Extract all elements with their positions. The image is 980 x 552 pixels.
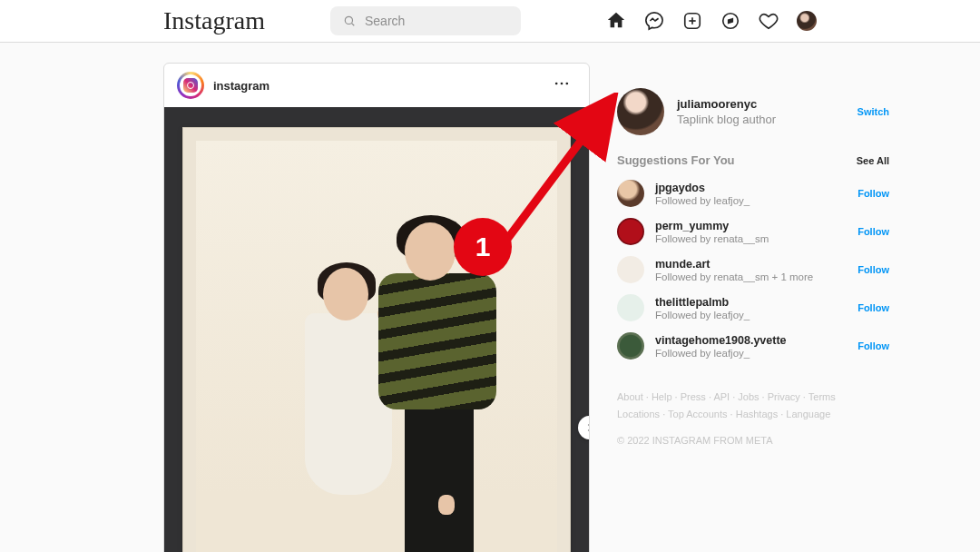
activity-heart-icon[interactable] [759, 11, 779, 31]
follow-button[interactable]: Follow [858, 302, 889, 313]
person-figure-right [373, 222, 518, 552]
suggestion-row: jpgaydosFollowed by leafjoy_Follow [617, 176, 889, 214]
suggestions-title: Suggestions For You [617, 153, 735, 167]
suggestion-row: munde.artFollowed by renata__sm + 1 more… [617, 252, 889, 291]
footer-links: About · Help · Press · API · Jobs · Priv… [617, 389, 889, 422]
footer-link[interactable]: Terms [808, 391, 836, 402]
new-post-icon[interactable] [682, 11, 702, 31]
follow-button[interactable]: Follow [858, 188, 889, 199]
post-header: instagram [164, 64, 589, 107]
instagram-glyph-icon [183, 78, 198, 93]
chevron-right-icon [583, 421, 589, 434]
suggestion-avatar[interactable] [617, 180, 644, 207]
current-user-avatar[interactable] [617, 88, 664, 135]
svg-line-1 [352, 24, 355, 26]
polaroid-photo [196, 141, 557, 552]
suggestion-username[interactable]: thelittlepalmb [655, 296, 750, 309]
search-input[interactable]: Search [330, 6, 521, 35]
suggestion-subtext: Followed by leafjoy_ [655, 310, 750, 320]
suggestion-row: vintagehome1908.yvetteFollowed by leafjo… [617, 329, 889, 367]
messenger-icon[interactable] [644, 11, 664, 31]
footer-link[interactable]: Press [681, 391, 706, 402]
search-placeholder: Search [365, 14, 405, 28]
suggestion-subtext: Followed by renata__sm [655, 233, 769, 244]
footer-link[interactable]: API [713, 391, 730, 402]
footer-link[interactable]: Hashtags [736, 409, 778, 419]
main-content: instagram [0, 43, 980, 552]
suggestion-username[interactable]: perm_yummy [655, 220, 769, 232]
suggestion-avatar[interactable] [617, 332, 644, 360]
carousel-next-button[interactable] [578, 416, 589, 439]
search-icon [343, 15, 356, 27]
suggestion-avatar[interactable] [617, 294, 644, 321]
see-all-button[interactable]: See All [857, 155, 889, 166]
footer-link[interactable]: Top Accounts [668, 409, 727, 419]
post-more-options-button[interactable] [547, 69, 576, 102]
suggestion-username[interactable]: jpgaydos [655, 182, 750, 194]
suggestion-row: thelittlepalmbFollowed by leafjoy_Follow [617, 291, 889, 329]
suggestion-subtext: Followed by leafjoy_ [655, 195, 750, 206]
suggestion-subtext: Followed by leafjoy_ [655, 348, 787, 359]
suggestion-avatar[interactable] [617, 256, 644, 283]
footer-link[interactable]: Privacy [768, 391, 800, 402]
current-user-block: juliamoorenyc Taplink blog author Switch [617, 88, 889, 135]
svg-marker-6 [729, 19, 733, 24]
post-image[interactable] [164, 107, 589, 552]
switch-account-button[interactable]: Switch [858, 106, 889, 117]
home-icon[interactable] [606, 11, 626, 31]
suggestion-avatar[interactable] [617, 218, 644, 245]
footer-link[interactable]: Jobs [738, 391, 759, 402]
footer-copyright: © 2022 INSTAGRAM FROM META [617, 435, 889, 446]
right-sidebar: juliamoorenyc Taplink blog author Switch… [617, 63, 889, 552]
suggestion-subtext: Followed by renata__sm + 1 more [655, 271, 813, 282]
polaroid-frame [182, 127, 571, 552]
current-user-username[interactable]: juliamoorenyc [677, 97, 776, 111]
nav-icon-group [606, 11, 817, 31]
more-dots-icon [553, 74, 571, 93]
suggestions-list: jpgaydosFollowed by leafjoy_Followperm_y… [617, 176, 889, 367]
explore-icon[interactable] [720, 11, 740, 31]
feed-post-card: instagram [163, 63, 590, 552]
svg-point-8 [561, 83, 564, 85]
top-nav-bar: Instagram Search [0, 0, 980, 43]
svg-point-9 [566, 83, 569, 85]
suggestions-header: Suggestions For You See All [617, 153, 889, 167]
footer-link[interactable]: Help [652, 391, 672, 402]
follow-button[interactable]: Follow [858, 340, 889, 351]
follow-button[interactable]: Follow [858, 226, 889, 237]
instagram-logo[interactable]: Instagram [163, 6, 265, 35]
current-user-subtitle: Taplink blog author [677, 113, 776, 126]
suggestion-row: perm_yummyFollowed by renata__smFollow [617, 214, 889, 252]
footer-link[interactable]: Locations [617, 409, 660, 419]
footer-link[interactable]: About [617, 391, 643, 402]
post-author-avatar[interactable] [177, 72, 204, 99]
follow-button[interactable]: Follow [858, 264, 889, 275]
svg-point-7 [555, 83, 558, 85]
profile-avatar[interactable] [797, 11, 817, 31]
svg-point-0 [345, 16, 352, 24]
post-author-username[interactable]: instagram [213, 79, 270, 93]
suggestion-username[interactable]: vintagehome1908.yvette [655, 334, 787, 347]
suggestion-username[interactable]: munde.art [655, 258, 813, 271]
footer-link[interactable]: Language [786, 409, 830, 419]
